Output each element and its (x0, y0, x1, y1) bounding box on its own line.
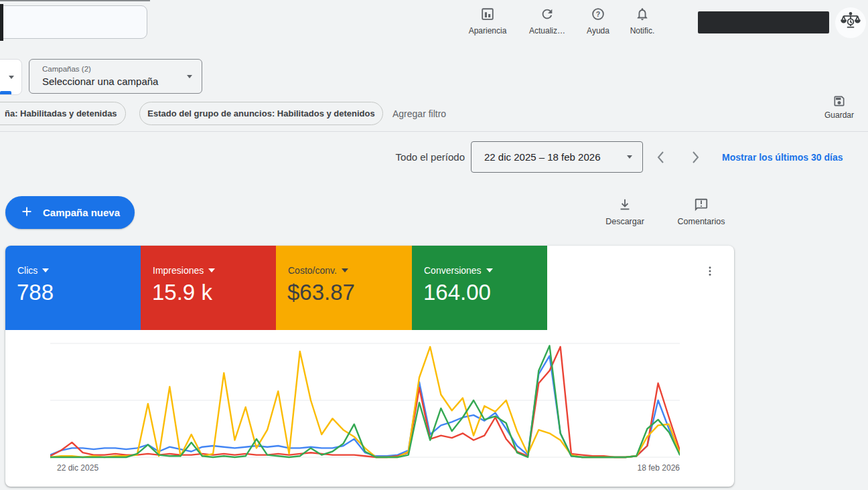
show-last-30-days-link[interactable]: Mostrar los últimos 30 días (722, 152, 843, 163)
x-axis-end-label: 18 feb 2026 (638, 463, 680, 473)
chevron-down-icon (486, 268, 493, 272)
scorecard-conversiones[interactable]: Conversiones 164.00 (412, 246, 547, 330)
chevron-right-icon (692, 151, 700, 164)
chevron-left-icon (656, 151, 664, 164)
chevron-down-icon (42, 268, 49, 272)
save-button[interactable]: Guardar (818, 94, 860, 120)
search-input[interactable] (0, 5, 147, 39)
comment-icon (672, 197, 731, 215)
topbar-label: Ayuda (587, 26, 609, 35)
campaign-selector-value: Seleccionar una campaña (42, 76, 158, 87)
download-button[interactable]: Descargar (602, 197, 648, 227)
download-icon (602, 197, 648, 215)
new-campaign-button[interactable]: Campaña nueva (5, 196, 135, 229)
left-panel-selector-stub[interactable] (0, 59, 22, 95)
save-label: Guardar (818, 110, 860, 120)
campaign-selector-label: Campañas (2) (42, 65, 91, 73)
chevron-down-icon (187, 75, 192, 78)
download-label: Descargar (605, 217, 644, 226)
next-period-button[interactable] (686, 148, 705, 167)
horizontal-divider (0, 131, 868, 132)
active-tab-underline (0, 91, 11, 94)
chip-text: Estado del grupo de anuncios: Habilitado… (147, 108, 375, 118)
scorecard-label: Costo/conv. (288, 265, 337, 276)
scorecard-costo-conv[interactable]: Costo/conv. $63.87 (276, 246, 412, 330)
scorecard-value: 788 (17, 280, 54, 305)
comments-label: Comentarios (678, 217, 725, 226)
plus-icon (19, 204, 34, 222)
topbar-label: Actualiz… (529, 26, 565, 35)
date-range-dropdown[interactable]: 22 dic 2025 – 18 feb 2026 (471, 141, 643, 173)
chevron-down-icon (342, 268, 348, 272)
chevron-down-icon (9, 76, 14, 79)
chart-line-Clics (50, 356, 680, 457)
topbar-item-notificaciones[interactable]: Notific. (614, 7, 670, 36)
scorecard-clics[interactable]: Clics 788 (5, 246, 141, 330)
balance-scale-icon (841, 11, 861, 34)
bell-icon (614, 7, 670, 24)
topbar-label: Apariencia (469, 26, 507, 35)
save-icon (833, 98, 846, 110)
scorecard-label: Impresiones (153, 265, 204, 276)
svg-text:?: ? (596, 10, 600, 18)
period-label: Todo el período (367, 151, 465, 163)
add-filter-button[interactable]: Agregar filtro (392, 102, 446, 125)
topbar-item-actualizar[interactable]: Actualiz… (519, 7, 575, 36)
performance-card: Clics 788 Impresiones 15.9 k Costo/conv.… (5, 246, 734, 487)
scorecard-label: Conversiones (424, 265, 482, 276)
filter-chip-campaign-status[interactable]: ña: Habilitadas y detenidas (0, 102, 126, 125)
topbar-item-apariencia[interactable]: Apariencia (459, 7, 516, 36)
filter-chip-adgroup-status[interactable]: Estado del grupo de anuncios: Habilitado… (139, 102, 383, 125)
vertical-dots-icon (704, 265, 716, 277)
appearance-icon (459, 7, 516, 24)
new-campaign-label: Campaña nueva (43, 207, 120, 218)
left-edge-redaction (0, 4, 3, 41)
campaign-selector[interactable]: Campañas (2) Seleccionar una campaña (29, 59, 202, 94)
scorecard-label: Clics (17, 265, 38, 276)
scorecard-value: 15.9 k (152, 280, 212, 305)
date-range-value: 22 dic 2025 – 18 feb 2026 (484, 151, 627, 163)
scorecard-value: $63.87 (287, 280, 355, 305)
line-chart-svg (50, 338, 680, 463)
top-edge-strip (0, 0, 150, 1)
chevron-down-icon (208, 268, 215, 272)
chart-line-Costo/conv. (50, 347, 680, 457)
comments-button[interactable]: Comentarios (672, 197, 731, 227)
chart-line-Conversiones (50, 345, 680, 457)
chip-text: ña: Habilitadas y detenidas (5, 108, 117, 118)
scorecard-value: 164.00 (423, 280, 491, 305)
topbar-label: Notific. (630, 26, 655, 35)
chevron-down-icon (627, 155, 632, 159)
time-series-chart[interactable] (50, 338, 680, 463)
scorecard-impresiones[interactable]: Impresiones 15.9 k (141, 246, 276, 330)
chart-line-Impresiones (50, 347, 680, 457)
previous-period-button[interactable] (651, 148, 670, 167)
account-info-redacted (698, 11, 829, 33)
card-overflow-menu-button[interactable] (701, 262, 719, 280)
account-avatar[interactable] (835, 7, 866, 38)
refresh-icon (519, 7, 575, 24)
x-axis-start-label: 22 dic 2025 (57, 463, 98, 473)
